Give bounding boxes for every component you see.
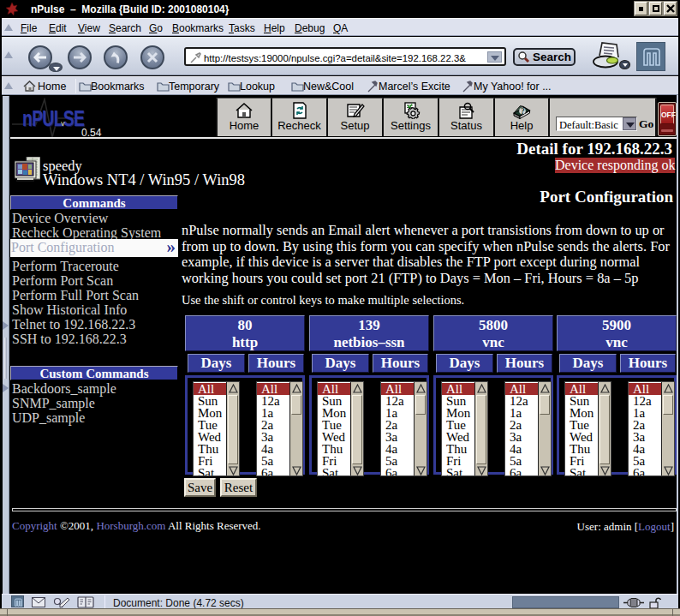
- svg-text:?: ?: [521, 106, 525, 116]
